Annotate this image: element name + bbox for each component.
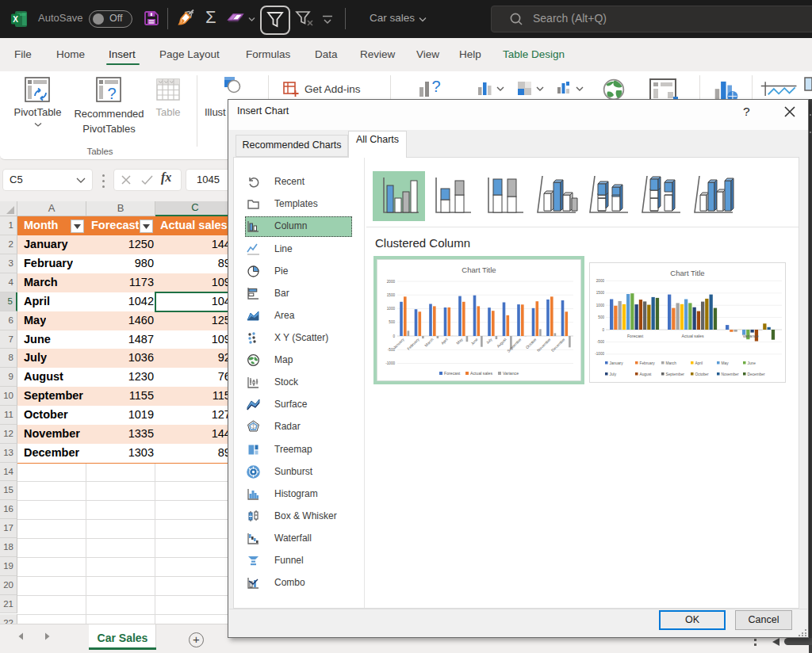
svg-text:-500: -500 bbox=[597, 340, 605, 344]
svg-text:500: 500 bbox=[598, 315, 604, 319]
svg-text:0: 0 bbox=[393, 334, 395, 338]
svg-text:Actual sales: Actual sales bbox=[470, 371, 492, 376]
svg-text:Actual sales: Actual sales bbox=[682, 334, 704, 338]
svg-text:0: 0 bbox=[602, 328, 604, 332]
svg-text:November: November bbox=[722, 372, 740, 376]
svg-text:June: June bbox=[748, 361, 756, 365]
svg-text:?: ? bbox=[107, 85, 116, 102]
svg-text:2000: 2000 bbox=[387, 280, 396, 284]
svg-text:Variance: Variance bbox=[503, 371, 519, 376]
svg-text:Chart Title: Chart Title bbox=[670, 269, 704, 277]
svg-text:Variance: Variance bbox=[742, 334, 758, 338]
svg-text:August: August bbox=[640, 372, 653, 376]
svg-text:December: December bbox=[748, 372, 766, 376]
svg-text:Chart Title: Chart Title bbox=[462, 265, 496, 274]
svg-text:September: September bbox=[666, 372, 685, 376]
svg-text:March: March bbox=[666, 361, 677, 365]
svg-text:500: 500 bbox=[389, 320, 395, 324]
svg-text:May: May bbox=[722, 361, 730, 365]
svg-text:-1000: -1000 bbox=[385, 361, 395, 365]
svg-text:Forecast: Forecast bbox=[627, 334, 644, 338]
svg-text:X: X bbox=[13, 15, 18, 24]
svg-text:February: February bbox=[640, 361, 656, 365]
svg-text:-1000: -1000 bbox=[595, 352, 604, 356]
svg-text:July: July bbox=[610, 372, 617, 376]
svg-text:Forecast: Forecast bbox=[444, 371, 461, 376]
svg-text:October: October bbox=[695, 372, 709, 376]
svg-text:1000: 1000 bbox=[387, 307, 396, 311]
svg-text:April: April bbox=[695, 361, 703, 365]
svg-text:?: ? bbox=[431, 78, 440, 95]
svg-text:1500: 1500 bbox=[387, 293, 396, 297]
svg-text:1500: 1500 bbox=[596, 291, 605, 295]
svg-text:1000: 1000 bbox=[596, 304, 605, 307]
svg-text:2000: 2000 bbox=[596, 279, 605, 283]
svg-text:January: January bbox=[610, 361, 624, 365]
